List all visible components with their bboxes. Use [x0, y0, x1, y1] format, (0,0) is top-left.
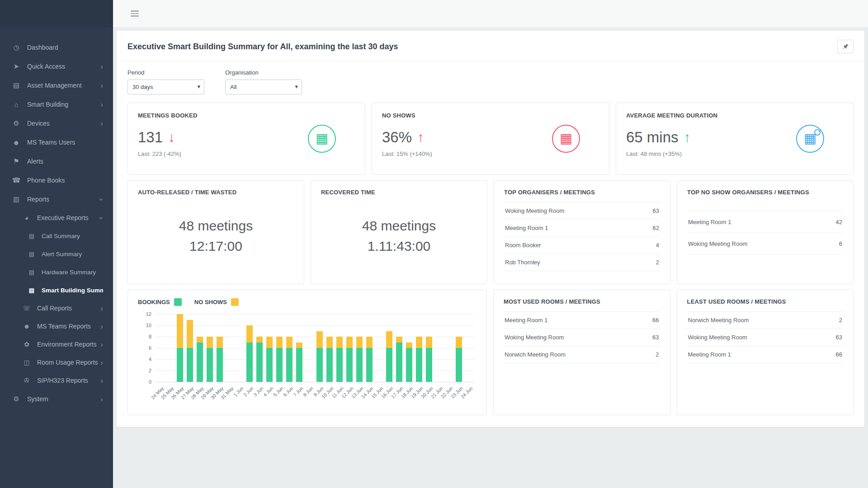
sidebar-item-ms-teams-users[interactable]: ☻ MS Teams Users [0, 133, 113, 152]
hamburger-icon-bar [131, 13, 139, 14]
trend-down-icon: ↓ [168, 131, 175, 144]
sidebar-item-reports[interactable]: ▥ Reports › [0, 190, 113, 209]
card-title: LEAST USED ROOMS / MEETINGS [687, 298, 844, 305]
bell-icon: ⚑ [12, 157, 21, 165]
stacked-bar [246, 325, 253, 382]
table-row: Meeting Room 1 62 [504, 220, 660, 237]
top-no-show-organisers-table: Meeting Room 1 42 Woking Meeting Room 6 [687, 211, 843, 255]
row-label: Meeting Room 1 [505, 225, 548, 231]
row-label: Meeting Room 1 [688, 351, 731, 358]
legend-bookings-label: BOOKINGS [138, 299, 170, 305]
recovered-meetings: 48 meetings [321, 216, 477, 236]
sidebar-item-room-usage-reports[interactable]: ◫ Room Usage Reports › [0, 353, 113, 371]
sidebar-item-call-summary[interactable]: ▤ Call Summary [0, 227, 113, 245]
bookings-segment [336, 348, 343, 382]
row-value: 62 [653, 225, 659, 231]
sidebar-item-label: Executive Reports [37, 214, 100, 221]
no-shows-segment [386, 331, 392, 348]
table-row: Norwich Meeting Room 2 [687, 312, 844, 329]
pin-button[interactable] [837, 40, 854, 53]
card-title: NO SHOWS [382, 112, 599, 119]
chevron-right-icon: › [100, 63, 103, 70]
card-title: MOST USED ROOMS / MEETINGS [504, 298, 660, 305]
sidebar-item-call-reports[interactable]: ☏ Call Reports › [0, 299, 113, 317]
stacked-bar [187, 320, 193, 382]
table-row: Rob Thornley 2 [504, 254, 660, 271]
calendar-icon: ▦ [552, 125, 580, 153]
topbar [113, 0, 868, 27]
user-icon: ☻ [12, 139, 21, 146]
top-organisers-table: Woking Meeting Room 63 Meeting Room 1 62… [504, 202, 660, 271]
kpi-row: MEETINGS BOOKED 131 ↓ Last: 223 (-42%) ▦… [117, 97, 864, 175]
kpi-value: 65 mins [626, 129, 679, 146]
table-row: Woking Meeting Room 63 [687, 329, 844, 346]
row-label: Meeting Room 1 [505, 317, 547, 324]
no-shows-segment [326, 337, 333, 348]
no-shows-segment [187, 320, 193, 348]
stacked-bar [416, 337, 422, 382]
summary-row: AUTO-RELEASED / TIME WASTED 48 meetings … [117, 175, 864, 284]
sidebar-item-ms-teams-reports[interactable]: ☻ MS Teams Reports › [0, 317, 113, 335]
sidebar-item-phone-books[interactable]: ☎ Phone Books [0, 171, 113, 190]
sidebar-item-label: Alerts [27, 158, 103, 165]
kpi-value: 36% [382, 129, 412, 146]
sidebar-item-asset-management[interactable]: ▤ Asset Management › [0, 76, 113, 95]
row-label: Rob Thornley [505, 259, 540, 266]
table-row: Meeting Room 1 66 [687, 346, 844, 363]
bottom-row: BOOKINGS NO SHOWS 02468101224 May25 May2… [117, 284, 864, 415]
stacked-bar [296, 343, 302, 382]
sidebar-item-system[interactable]: ⚙ System › [0, 389, 113, 408]
sidebar-item-dashboard[interactable]: ◷ Dashboard [0, 38, 113, 57]
y-axis-tick-label: 10 [139, 323, 151, 328]
sidebar-item-sip-h323-reports[interactable]: ✇ SIP/H323 Reports › [0, 371, 113, 389]
sidebar-item-smart-building-summary[interactable]: ▤ Smart Building Summary [0, 281, 113, 299]
table-row: Meeting Room 1 42 [687, 211, 843, 233]
row-value: 2 [839, 317, 842, 324]
room-icon: ◫ [23, 359, 31, 366]
main-content: Executive Smart Building Summary for All… [113, 0, 868, 427]
sidebar-item-environment-reports[interactable]: ✿ Environment Reports › [0, 335, 113, 353]
menu-toggle-button[interactable] [128, 8, 141, 19]
sidebar-item-devices[interactable]: ⚙ Devices › [0, 114, 113, 133]
sidebar-item-label: Room Usage Reports [37, 359, 100, 366]
document-icon: ▤ [28, 287, 35, 294]
stacked-bar [316, 331, 323, 382]
sidebar-item-quick-access[interactable]: ➤ Quick Access › [0, 57, 113, 76]
stacked-bar [197, 337, 203, 382]
trend-up-icon: ↑ [417, 131, 424, 144]
chevron-right-icon: › [100, 101, 103, 108]
stacked-bar [266, 337, 273, 382]
bookings-segment [177, 348, 183, 382]
sidebar-item-alert-summary[interactable]: ▤ Alert Summary [0, 245, 113, 263]
sidebar-item-label: Call Reports [37, 305, 100, 312]
row-label: Norwich Meeting Room [688, 317, 749, 324]
y-axis-tick-label: 8 [139, 334, 151, 339]
no-shows-segment [286, 337, 292, 348]
bookings-segment [217, 348, 223, 382]
least-used-rooms-card: LEAST USED ROOMS / MEETINGS Norwich Meet… [677, 290, 854, 415]
sidebar-item-smart-building[interactable]: ⌂ Smart Building › [0, 95, 113, 114]
bookings-segment [207, 348, 213, 382]
row-label: Norwich Meeting Room [505, 351, 566, 358]
sidebar-item-label: Smart Building Summary [42, 287, 103, 294]
sidebar-item-alerts[interactable]: ⚑ Alerts [0, 152, 113, 171]
row-label: Woking Meeting Room [688, 240, 747, 247]
bookings-segment [296, 348, 302, 382]
sidebar-item-hardware-summary[interactable]: ▤ Hardware Summary [0, 263, 113, 281]
document-icon: ▤ [28, 251, 35, 258]
sidebar-item-label: Devices [27, 120, 100, 127]
bookings-segment [326, 348, 333, 382]
pin-icon [842, 43, 849, 50]
row-value: 4 [656, 242, 659, 249]
stacked-bar [396, 337, 402, 382]
period-select[interactable]: 30 days [127, 80, 204, 94]
chevron-right-icon: › [100, 359, 103, 366]
bookings-segment [426, 348, 432, 382]
calendar-glyph: ▦ [316, 131, 328, 145]
calendar-icon: ▦ [308, 125, 336, 153]
sidebar-item-executive-reports[interactable]: ◕ Executive Reports › [0, 209, 113, 227]
stacked-bar [286, 337, 292, 382]
row-value: 63 [653, 207, 659, 214]
stacked-bar [426, 337, 432, 382]
organisation-select[interactable]: All [225, 80, 302, 94]
